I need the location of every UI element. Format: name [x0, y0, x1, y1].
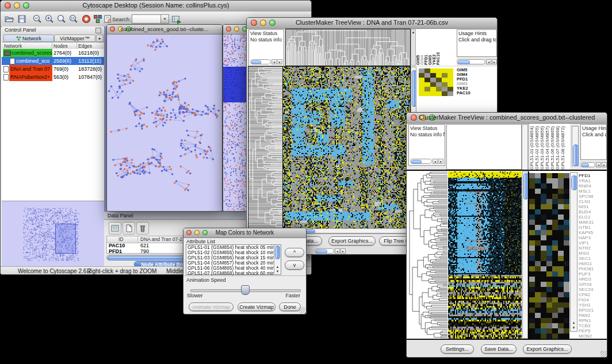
gene-column-label[interactable]: PAC10: [436, 29, 440, 65]
table-row-combined-scores[interactable]: combined_scores 2764(0) 16218(0): [2, 49, 104, 57]
gene-label[interactable]: SPC98: [579, 194, 607, 199]
export-graphics-button[interactable]: Export Graphics...: [523, 344, 572, 354]
move-down-button[interactable]: v: [285, 260, 304, 270]
move-up-button[interactable]: ^: [285, 248, 304, 257]
done-button[interactable]: Done: [279, 302, 301, 311]
float-panel-icon[interactable]: [95, 28, 101, 33]
gene-label[interactable]: NIS1: [579, 204, 607, 209]
gene-label[interactable]: TCB3: [579, 323, 607, 328]
gene-label[interactable]: MON2: [579, 334, 607, 339]
table-row-rnapubernov2[interactable]: RNAPuberNov2+ 563(0) 107847(0): [2, 73, 104, 81]
annotation-icon[interactable]: [102, 14, 113, 24]
zoom-selected-icon[interactable]: [68, 14, 79, 24]
main-titlebar[interactable]: Cytoscape Desktop (Session Name: collins…: [1, 1, 311, 12]
slider-right-arrow[interactable]: ►: [492, 59, 497, 64]
array-column-label[interactable]: GPL51-02 (GSM855): [534, 124, 540, 170]
zoom-out-icon[interactable]: [32, 14, 43, 24]
array-column-label[interactable]: GPL51-07 (GSM868): [555, 124, 560, 170]
gene-label[interactable]: PAN1: [579, 313, 607, 318]
tab-network[interactable]: Network: [3, 35, 54, 42]
genelist-vscrollbar[interactable]: ▲▼: [570, 172, 577, 332]
global-heatmap-canvas[interactable]: [283, 67, 410, 228]
zoom-slider[interactable]: ◄►: [250, 59, 282, 64]
gene-label[interactable]: NTR2: [579, 246, 607, 251]
labels-vscrollbar[interactable]: [572, 126, 579, 166]
network-view-titlebar[interactable]: combined_scores_good.txt--cluste...: [107, 25, 222, 35]
settings-button[interactable]: Settings...: [441, 344, 474, 354]
new-attribute-icon[interactable]: [123, 222, 135, 235]
gene-column-label[interactable]: PFD1: [424, 29, 428, 65]
treeview-dna-titlebar[interactable]: ClusterMaker TreeView : DNA and Tran 07-…: [247, 18, 497, 29]
gene-label[interactable]: FIG4: [579, 297, 607, 302]
gene-label[interactable]: PUF3: [579, 271, 607, 277]
gene-label[interactable]: MSI1: [579, 251, 607, 256]
gene-column-label[interactable]: YKE2: [432, 29, 436, 65]
trash-icon[interactable]: [136, 222, 149, 235]
vscrollbar-thumb[interactable]: [275, 246, 280, 259]
slider-left-arrow[interactable]: ◄: [433, 159, 438, 164]
gene-label[interactable]: HAP3: [579, 235, 607, 240]
slider-left-arrow[interactable]: ◄: [335, 248, 340, 254]
gene-label[interactable]: ELG1: [579, 214, 607, 220]
gene-label[interactable]: BUD4: [579, 209, 607, 214]
gene-label[interactable]: PFD1: [579, 173, 607, 178]
gene-label[interactable]: HMG1: [579, 261, 607, 266]
gene-label[interactable]: HRD3: [579, 277, 607, 282]
gene-column-label[interactable]: GIM4: [420, 29, 424, 65]
row-dendrogram-canvas[interactable]: [408, 171, 447, 339]
row-dendrogram-canvas[interactable]: [248, 67, 282, 228]
gene-label[interactable]: PHO81: [579, 266, 607, 271]
gene-label[interactable]: SEC24: [579, 287, 607, 292]
gene-label[interactable]: KAP95: [579, 230, 607, 235]
heatmap-vscrollbar[interactable]: [522, 171, 528, 339]
gene-label[interactable]: RNR4: [579, 183, 607, 189]
gene-label[interactable]: MSL1: [579, 189, 607, 194]
gene-label[interactable]: RPN1: [579, 318, 607, 323]
help-lifebuoy-icon[interactable]: [81, 14, 91, 24]
close-icon[interactable]: [226, 26, 231, 32]
dendrogram-scroll-strip[interactable]: ▲: [411, 29, 416, 66]
search-dropdown[interactable]: ▼: [160, 14, 169, 24]
treeview-combined-titlebar[interactable]: ClusterMaker TreeView : combined_scores_…: [407, 113, 607, 124]
attribute-list-scrollbar[interactable]: ▲▼: [274, 245, 281, 274]
zoom-slider[interactable]: ◄►: [410, 159, 443, 164]
tab-vizmapper[interactable]: VizMapper™: [54, 35, 95, 42]
gene-label[interactable]: RPO21: [579, 308, 607, 313]
array-column-label[interactable]: GPL51-03 (GSM856): [540, 124, 545, 170]
slider-right-arrow[interactable]: ►: [341, 248, 346, 254]
gene-label[interactable]: GTB1: [579, 225, 607, 230]
gene-label[interactable]: YRA1: [579, 178, 607, 183]
minimize-icon[interactable]: [234, 26, 239, 32]
gene-label[interactable]: MAK31: [579, 220, 607, 225]
slider-left-arrow[interactable]: ◄: [486, 59, 491, 64]
vizmap-icon[interactable]: [93, 14, 103, 24]
slider-left-arrow[interactable]: ◄: [596, 162, 601, 167]
animate-vizmap-button[interactable]: Animate Vizmap: [189, 302, 234, 311]
open-folder-icon[interactable]: [4, 14, 14, 24]
export-graphics-button[interactable]: Export Graphics...: [328, 236, 376, 246]
vscrollbar-thumb[interactable]: [523, 173, 528, 200]
vscrollbar-thumb[interactable]: [571, 175, 577, 190]
bottom-slider[interactable]: ◄►: [315, 248, 346, 254]
gene-label[interactable]: GPI16: [579, 282, 607, 287]
gene-label[interactable]: CPA2: [579, 292, 607, 297]
network-overview-canvas[interactable]: [2, 202, 104, 266]
slider-thumb[interactable]: [241, 285, 250, 295]
resize-grip[interactable]: [299, 307, 305, 313]
zoom-fit-icon[interactable]: [56, 14, 67, 24]
create-vizmap-button[interactable]: Create Vizmap: [238, 302, 276, 311]
table-row-combined-sco-selected[interactable]: combined_sco 2569(6) 13112(15): [2, 57, 104, 65]
zoom-panel-slider[interactable]: ◄►: [457, 59, 497, 64]
slider-right-arrow[interactable]: ►: [602, 162, 607, 167]
gene-column-label[interactable]: GIM3: [428, 29, 432, 65]
table-row-dna-tran[interactable]: DNA and Tran 07 769(0) 183728(0): [2, 65, 104, 73]
gene-label[interactable]: PEP5: [579, 328, 607, 334]
slider-right-arrow[interactable]: ►: [438, 159, 443, 164]
array-column-label[interactable]: GPL51-06 (GSM865): [550, 124, 555, 170]
gene-label[interactable]: CLN1: [579, 199, 607, 204]
tab-overflow-arrow[interactable]: ►: [96, 35, 104, 42]
network-view-2-titlebar[interactable]: [223, 25, 248, 35]
save-data-button[interactable]: Save Data...: [481, 344, 517, 354]
search-input[interactable]: [132, 14, 162, 24]
zoom-in-icon[interactable]: [44, 14, 55, 24]
